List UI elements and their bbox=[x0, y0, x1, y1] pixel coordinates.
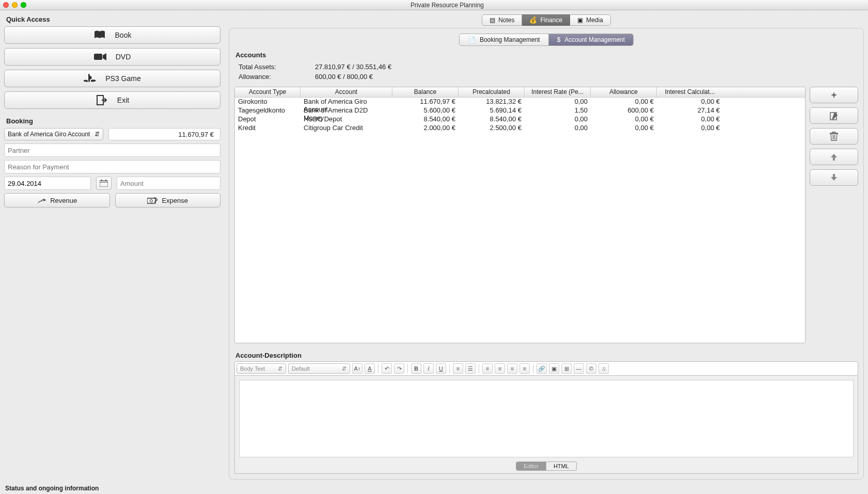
plus-icon: + bbox=[831, 90, 837, 101]
booking-mgmt-icon: 📄 bbox=[468, 36, 476, 43]
col-interest-rate[interactable]: Interest Rate (Pe... bbox=[525, 87, 591, 97]
edit-account-button[interactable] bbox=[810, 107, 858, 124]
close-window-icon[interactable] bbox=[3, 2, 9, 8]
zoom-window-icon[interactable] bbox=[21, 2, 26, 8]
align-center-icon: ≡ bbox=[498, 365, 501, 372]
underline-icon: U bbox=[439, 365, 443, 372]
video-camera-icon bbox=[94, 53, 106, 61]
col-precalculated[interactable]: Precalculated bbox=[459, 87, 525, 97]
col-account-type[interactable]: Account Type bbox=[235, 87, 301, 97]
col-interest-calc[interactable]: Interest Calculat... bbox=[657, 87, 723, 97]
align-center-button[interactable]: ≡ bbox=[495, 363, 505, 374]
editor-container: Editor HTML bbox=[234, 376, 858, 474]
arrow-up-icon bbox=[830, 153, 838, 161]
link-button[interactable]: 🔗 bbox=[536, 363, 547, 374]
partner-input[interactable] bbox=[4, 144, 220, 157]
booking-account-select[interactable]: Bank of America Giro Account ⇵ bbox=[4, 128, 103, 140]
playstation-icon bbox=[84, 74, 96, 83]
editor-tab-editor[interactable]: Editor bbox=[516, 461, 546, 471]
ps3-label: PS3 Game bbox=[105, 74, 140, 83]
col-balance[interactable]: Balance bbox=[392, 87, 459, 97]
move-down-button[interactable] bbox=[810, 169, 858, 186]
align-right-button[interactable]: ≡ bbox=[507, 363, 517, 374]
align-left-button[interactable]: ≡ bbox=[482, 363, 493, 374]
tab-finance[interactable]: 💰 Finance bbox=[522, 14, 570, 26]
italic-button[interactable]: I bbox=[423, 363, 434, 374]
dvd-button[interactable]: DVD bbox=[4, 48, 220, 66]
font-increase-button[interactable]: A↑ bbox=[352, 363, 362, 374]
media-button[interactable]: ♫ bbox=[598, 363, 609, 374]
ps3-button[interactable]: PS3 Game bbox=[4, 70, 220, 87]
delete-account-button[interactable] bbox=[810, 128, 858, 145]
hr-button[interactable]: — bbox=[574, 363, 584, 374]
book-button[interactable]: Book bbox=[4, 26, 220, 44]
allowance-value: 600,00 € / 800,00 € bbox=[315, 73, 373, 81]
editor-textarea[interactable] bbox=[239, 380, 854, 457]
quick-access-label: Quick Access bbox=[4, 14, 220, 24]
font-decrease-button[interactable]: A bbox=[365, 363, 375, 374]
table-row[interactable]: KreditCitigroup Car Credit2.000,00 €2.50… bbox=[235, 124, 805, 133]
redo-button[interactable]: ↷ bbox=[394, 363, 404, 374]
subtab-booking-management[interactable]: 📄 Booking Management bbox=[459, 34, 549, 46]
exit-button[interactable]: Exit bbox=[4, 91, 220, 109]
revenue-icon bbox=[37, 197, 46, 204]
font-bigger-icon: A↑ bbox=[354, 365, 361, 372]
image-icon: ▣ bbox=[551, 365, 557, 372]
numbered-list-icon: ☰ bbox=[468, 365, 473, 372]
align-justify-icon: ≡ bbox=[523, 365, 526, 372]
font-smaller-icon: A bbox=[368, 365, 371, 372]
table-button[interactable]: ⊞ bbox=[561, 363, 572, 374]
svg-rect-0 bbox=[94, 54, 102, 60]
symbol-button[interactable]: © bbox=[586, 363, 596, 374]
chevron-updown-icon: ⇵ bbox=[342, 365, 346, 372]
editor-tab-html[interactable]: HTML bbox=[546, 461, 577, 471]
col-allowance[interactable]: Allowance bbox=[591, 87, 657, 97]
svg-rect-2 bbox=[100, 181, 108, 187]
image-button[interactable]: ▣ bbox=[549, 363, 559, 374]
subtab-booking-label: Booking Management bbox=[480, 36, 540, 43]
tab-notes[interactable]: ▤ Notes bbox=[482, 14, 522, 26]
expense-button[interactable]: Expense bbox=[115, 193, 221, 208]
reason-input[interactable] bbox=[4, 160, 220, 173]
dvd-label: DVD bbox=[116, 53, 131, 61]
status-bar: Status and ongoing information bbox=[0, 484, 868, 494]
booking-balance-display: 11.670,97 € bbox=[108, 128, 220, 140]
bullet-list-icon: ≡ bbox=[456, 365, 460, 372]
add-account-button[interactable]: + bbox=[810, 87, 858, 103]
align-left-icon: ≡ bbox=[486, 365, 489, 372]
numbered-list-button[interactable]: ☰ bbox=[465, 363, 476, 374]
media-icon: ▣ bbox=[577, 17, 583, 24]
align-justify-button[interactable]: ≡ bbox=[519, 363, 530, 374]
table-row[interactable]: DepotHSBC Depot8.540,00 €8.540,00 €0,000… bbox=[235, 115, 805, 124]
revenue-button[interactable]: Revenue bbox=[4, 193, 110, 208]
underline-button[interactable]: U bbox=[436, 363, 446, 374]
table-row[interactable]: TagesgeldkontoBank of America D2D Money5… bbox=[235, 106, 805, 115]
font-select[interactable]: Default⇵ bbox=[288, 363, 350, 374]
amount-input[interactable] bbox=[117, 177, 220, 190]
move-up-button[interactable] bbox=[810, 149, 858, 165]
bold-button[interactable]: B bbox=[411, 363, 421, 374]
bullet-list-button[interactable]: ≡ bbox=[453, 363, 463, 374]
title-bar: Private Resource Planning bbox=[0, 0, 868, 10]
accounts-table[interactable]: Account Type Account Balance Precalculat… bbox=[234, 87, 806, 343]
allowance-label: Allowance: bbox=[239, 73, 311, 81]
account-mgmt-icon: $ bbox=[557, 36, 561, 43]
svg-point-7 bbox=[150, 200, 153, 202]
table-row[interactable]: GirokontoBank of America Giro Account11.… bbox=[235, 98, 805, 106]
tab-media[interactable]: ▣ Media bbox=[570, 14, 611, 26]
subtab-account-management[interactable]: $ Account Management bbox=[549, 34, 634, 46]
trash-icon bbox=[830, 132, 838, 141]
notes-icon: ▤ bbox=[490, 17, 495, 24]
calendar-button[interactable] bbox=[96, 177, 112, 190]
table-icon: ⊞ bbox=[564, 365, 569, 372]
col-account[interactable]: Account bbox=[301, 87, 392, 97]
hr-icon: — bbox=[576, 365, 582, 372]
style-select[interactable]: Body Text⇵ bbox=[236, 363, 286, 374]
minimize-window-icon[interactable] bbox=[12, 2, 18, 8]
undo-button[interactable]: ↶ bbox=[382, 363, 392, 374]
description-label: Account-Description bbox=[234, 349, 858, 361]
date-input[interactable] bbox=[4, 177, 91, 190]
arrow-down-icon bbox=[830, 173, 838, 182]
tab-finance-label: Finance bbox=[540, 17, 562, 24]
tab-notes-label: Notes bbox=[498, 17, 514, 24]
